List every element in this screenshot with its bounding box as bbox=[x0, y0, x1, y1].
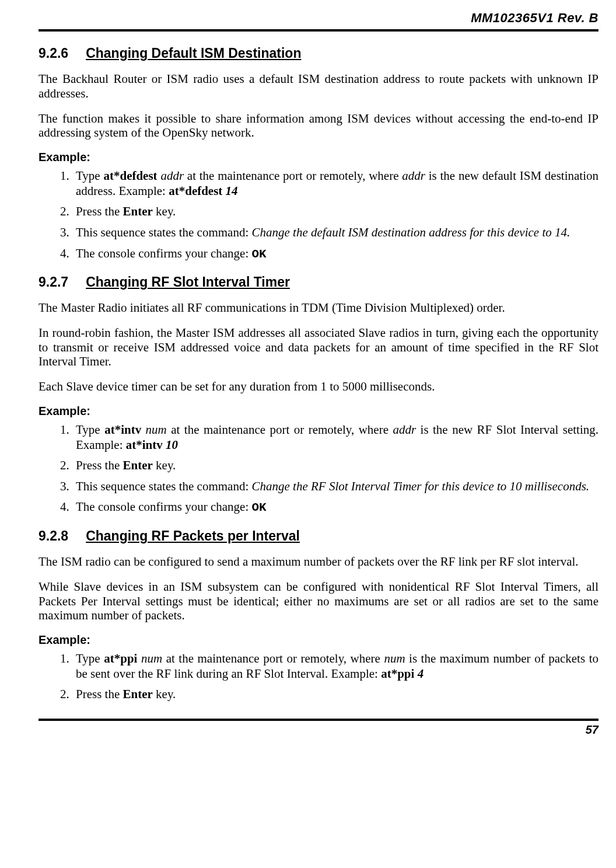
command-description: Change the default ISM destination addre… bbox=[252, 225, 570, 239]
body-paragraph: Each Slave device timer can be set for a… bbox=[38, 379, 598, 394]
step-text: This sequence states the command: bbox=[76, 479, 252, 493]
example-command: at*defdest bbox=[169, 184, 222, 198]
footer-rule bbox=[38, 719, 598, 721]
example-steps: Type at*intv num at the maintenance port… bbox=[38, 423, 598, 515]
document-page: MM102365V1 Rev. B 9.2.6 Changing Default… bbox=[0, 0, 616, 868]
step-text: at the maintenance port or remotely, whe… bbox=[184, 169, 402, 183]
key-name: Enter bbox=[123, 687, 153, 701]
key-name: Enter bbox=[123, 458, 153, 472]
step-text: Type bbox=[76, 651, 104, 665]
section-heading: 9.2.7 Changing RF Slot Interval Timer bbox=[38, 274, 598, 290]
step-text: Press the bbox=[76, 458, 123, 472]
step-item: Type at*ppi num at the maintenance port … bbox=[72, 651, 598, 681]
example-command: at*ppi bbox=[381, 667, 414, 681]
step-text: Type bbox=[76, 423, 104, 437]
step-item: Press the Enter key. bbox=[72, 687, 598, 702]
section-heading: 9.2.6 Changing Default ISM Destination bbox=[38, 46, 598, 61]
section-title: Changing Default ISM Destination bbox=[86, 46, 301, 61]
body-paragraph: In round-robin fashion, the Master ISM a… bbox=[38, 326, 598, 369]
step-item: The console confirms your change: OK bbox=[72, 246, 598, 262]
command-name: at*defdest bbox=[103, 169, 157, 183]
example-label: Example: bbox=[38, 633, 598, 647]
step-text: at the maintenance port or remotely, whe… bbox=[162, 651, 384, 665]
step-item: This sequence states the command: Change… bbox=[72, 479, 598, 494]
example-arg: 4 bbox=[418, 667, 424, 681]
step-item: Press the Enter key. bbox=[72, 458, 598, 473]
step-item: Type at*defdest addr at the maintenance … bbox=[72, 169, 598, 198]
step-text: Press the bbox=[76, 204, 123, 218]
command-description: Change the RF Slot Interval Timer for th… bbox=[252, 479, 590, 493]
section-title: Changing RF Slot Interval Timer bbox=[86, 274, 290, 290]
step-text: The console confirms your change: bbox=[76, 246, 252, 260]
step-text: key. bbox=[153, 204, 176, 218]
command-name: at*intv bbox=[104, 423, 141, 437]
section-title: Changing RF Packets per Interval bbox=[86, 528, 300, 544]
section-number: 9.2.8 bbox=[38, 528, 68, 544]
page-header: MM102365V1 Rev. B bbox=[38, 11, 598, 26]
example-steps: Type at*defdest addr at the maintenance … bbox=[38, 169, 598, 262]
step-text: Press the bbox=[76, 687, 123, 701]
example-arg: 10 bbox=[166, 438, 178, 452]
step-text: Type bbox=[76, 169, 103, 183]
step-text: key. bbox=[153, 458, 176, 472]
body-paragraph: The Backhaul Router or ISM radio uses a … bbox=[38, 72, 598, 101]
step-text: This sequence states the command: bbox=[76, 225, 252, 239]
section-number: 9.2.6 bbox=[38, 46, 68, 61]
console-output: OK bbox=[252, 247, 267, 261]
command-name: at*ppi bbox=[104, 651, 137, 665]
command-arg: addr bbox=[402, 169, 425, 183]
example-command: at*intv bbox=[126, 438, 163, 452]
command-arg: num bbox=[384, 651, 405, 665]
command-arg: addr bbox=[393, 423, 416, 437]
section-heading: 9.2.8 Changing RF Packets per Interval bbox=[38, 528, 598, 544]
section-number: 9.2.7 bbox=[38, 274, 68, 290]
command-arg: num bbox=[141, 651, 162, 665]
example-arg: 14 bbox=[226, 184, 238, 198]
step-text: at the maintenance port or remotely, whe… bbox=[167, 423, 393, 437]
command-arg: addr bbox=[160, 169, 184, 183]
example-label: Example: bbox=[38, 151, 598, 164]
body-paragraph: The function makes it possible to share … bbox=[38, 111, 598, 141]
page-number: 57 bbox=[38, 723, 598, 737]
step-item: Press the Enter key. bbox=[72, 204, 598, 219]
body-paragraph: While Slave devices in an ISM subsystem … bbox=[38, 580, 598, 623]
step-item: This sequence states the command: Change… bbox=[72, 225, 598, 240]
header-rule bbox=[38, 29, 598, 32]
step-text: The console confirms your change: bbox=[76, 500, 252, 514]
step-item: Type at*intv num at the maintenance port… bbox=[72, 423, 598, 452]
step-item: The console confirms your change: OK bbox=[72, 500, 598, 515]
example-label: Example: bbox=[38, 405, 598, 418]
step-text: key. bbox=[153, 687, 176, 701]
command-arg: num bbox=[146, 423, 167, 437]
console-output: OK bbox=[252, 501, 267, 514]
body-paragraph: The ISM radio can be configured to send … bbox=[38, 555, 598, 569]
body-paragraph: The Master Radio initiates all RF commun… bbox=[38, 301, 598, 315]
key-name: Enter bbox=[123, 204, 153, 218]
example-steps: Type at*ppi num at the maintenance port … bbox=[38, 651, 598, 702]
